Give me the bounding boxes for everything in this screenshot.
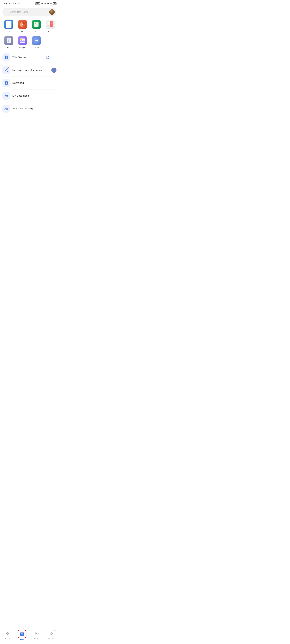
file-type-ppt[interactable]: PPT: [16, 20, 29, 32]
svg-line-28: [6, 69, 7, 70]
svg-point-19: [35, 40, 36, 41]
file-type-doc[interactable]: DOC: [3, 20, 15, 32]
doc-label: DOC: [7, 30, 11, 32]
list-item-my-documents[interactable]: My Documents: [3, 90, 57, 102]
signal-bars-2: [47, 2, 49, 4]
phone-icon: [4, 55, 9, 60]
search-bar[interactable]: Search files, tools: [3, 8, 57, 16]
this-device-label: This Device: [12, 56, 44, 59]
hamburger-menu[interactable]: [4, 11, 7, 13]
status-bar: 11:30 VPN 4G: [0, 0, 59, 7]
download-label: Download: [12, 82, 57, 84]
search-container: Search files, tools: [0, 7, 59, 19]
more-dot-1: [53, 70, 53, 70]
list-item-download[interactable]: Download: [3, 77, 57, 90]
svg-text:T: T: [8, 39, 10, 42]
received-icon-wrap: [3, 66, 10, 74]
other-icon: [32, 36, 41, 45]
share-icon: [4, 68, 9, 72]
status-right-section: VPN 4G 98: [35, 2, 57, 5]
notification-dot: [8, 67, 10, 68]
storage-size: 51.1 G: [50, 56, 57, 58]
doc-line-1: [7, 23, 11, 24]
ppt-icon: [18, 20, 27, 29]
svg-point-24: [6, 58, 7, 59]
received-more-button[interactable]: [51, 68, 57, 73]
alarm-off-icon: [9, 2, 11, 4]
cloud-storage-icon-wrap: [3, 105, 10, 112]
signal-bars: [41, 2, 43, 4]
user-avatar[interactable]: [49, 9, 55, 15]
doc-icon: [4, 20, 13, 29]
svg-rect-23: [6, 56, 7, 58]
txt-icon: T: [4, 36, 13, 45]
xls-label: XLS: [35, 30, 38, 32]
time-display: 11:30: [3, 2, 8, 5]
file-type-other[interactable]: Other: [30, 36, 43, 48]
folder-icon: [4, 94, 9, 98]
avatar-image: [49, 9, 55, 15]
vpn-badge: VPN: [35, 2, 40, 5]
list-item-received[interactable]: Received from other apps: [3, 64, 57, 77]
storage-ring-icon: [46, 56, 49, 59]
hamburger-line-1: [4, 11, 7, 11]
file-type-xls[interactable]: XLS: [30, 20, 43, 32]
txt-label: TXT: [7, 46, 11, 48]
list-item-this-device[interactable]: This Device 51.1 G: [3, 51, 57, 64]
doc-line-2: [7, 24, 10, 24]
doc-line-3: [7, 25, 11, 25]
cloud-storage-label: Add Cloud Storage: [12, 107, 57, 110]
bottom-spacer: [0, 115, 59, 130]
svg-rect-30: [5, 96, 8, 97]
battery-display: 98: [53, 2, 57, 5]
images-svg: [20, 38, 26, 44]
file-type-pdf[interactable]: PDF: [44, 20, 57, 32]
hamburger-line-3: [4, 13, 7, 13]
doc-icon-inner: [6, 21, 12, 28]
ppt-svg: [20, 22, 26, 28]
whatsapp-icon: [12, 2, 14, 4]
check-icon: [15, 2, 17, 4]
svg-point-21: [37, 40, 38, 41]
svg-point-2: [19, 3, 19, 4]
xls-icon: [32, 20, 41, 29]
images-label: Images: [19, 46, 26, 48]
download-icon: [4, 81, 9, 85]
more-dot-2: [54, 70, 54, 70]
pdf-icon: [46, 20, 55, 29]
svg-point-20: [36, 40, 37, 41]
pdf-label: PDF: [48, 30, 52, 32]
pdf-svg: [47, 21, 54, 28]
file-type-txt[interactable]: T TXT: [3, 36, 15, 48]
file-type-grid-row2: T TXT Images Other: [0, 35, 59, 51]
txt-svg: T: [6, 38, 12, 44]
this-device-icon-wrap: [3, 54, 10, 61]
status-time-section: 11:30: [3, 2, 20, 5]
settings-icon: [18, 2, 20, 4]
images-icon: [18, 36, 27, 45]
file-type-grid-row1: DOC PPT: [0, 19, 59, 34]
file-type-images[interactable]: Images: [16, 36, 29, 48]
my-documents-icon-wrap: [3, 92, 10, 100]
my-documents-label: My Documents: [12, 94, 57, 97]
svg-point-17: [20, 39, 22, 40]
download-icon-wrap: [3, 79, 10, 87]
wifi-icon: [50, 2, 52, 4]
hamburger-line-2: [4, 12, 7, 12]
ppt-label: PPT: [21, 30, 25, 32]
other-svg: [33, 38, 40, 44]
doc-line-4: [7, 26, 10, 26]
this-device-meta: 51.1 G: [46, 56, 57, 59]
xls-svg: [33, 22, 40, 28]
svg-line-27: [6, 70, 7, 71]
svg-point-5: [22, 24, 24, 25]
received-label: Received from other apps: [12, 69, 49, 72]
network-type: 4G: [44, 2, 46, 4]
search-placeholder[interactable]: Search files, tools: [9, 11, 48, 14]
more-dot-3: [55, 70, 55, 70]
file-locations-list: This Device 51.1 G Received from other a…: [0, 51, 59, 115]
cloud-icon: [4, 106, 9, 111]
other-label: Other: [34, 46, 39, 48]
list-item-cloud-storage[interactable]: Add Cloud Storage: [3, 102, 57, 115]
